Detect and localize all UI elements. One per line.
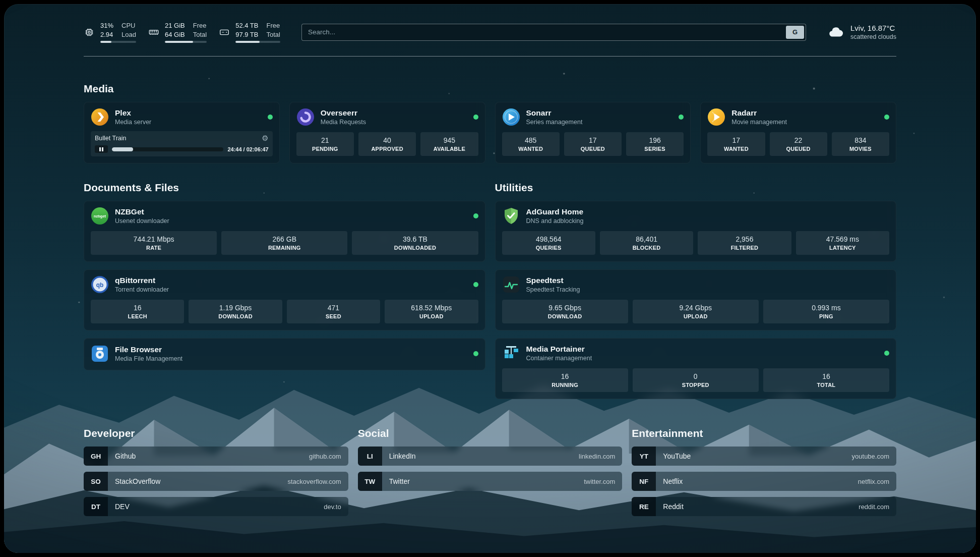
bookmark-url: linkedin.com <box>579 447 622 466</box>
settings-gear-icon[interactable]: ⚙ <box>262 134 268 142</box>
status-online-dot <box>473 213 478 218</box>
bookmark-netflix[interactable]: NF Netflix netflix.com <box>632 472 896 491</box>
status-online-dot <box>473 115 478 120</box>
radarr-icon <box>707 108 725 126</box>
bookmark-github[interactable]: GH Github github.com <box>84 447 348 466</box>
stat-leech: 16 LEECH <box>91 300 184 323</box>
service-desc-sonarr: Series management <box>526 119 583 126</box>
cpu-load-label: Load <box>121 30 136 39</box>
service-name-portainer: Media Portainer <box>526 345 592 354</box>
stat-remaining: 266 GB REMAINING <box>221 231 347 255</box>
service-desc-qbittorrent: Torrent downloader <box>115 286 169 293</box>
section-title-utilities: Utilities <box>495 182 897 194</box>
stat-queries: 498,564 QUERIES <box>502 231 595 255</box>
card-sonarr[interactable]: Sonarr Series management 485 WANTED 17 Q… <box>495 102 691 163</box>
service-desc-speedtest: Speedtest Tracking <box>526 286 580 293</box>
weather-widget[interactable]: Lviv, 16.87°C scattered clouds <box>827 24 896 41</box>
disk-widget: 52.4 TB 97.9 TB Free Total <box>219 21 280 43</box>
adguard-icon <box>502 207 520 225</box>
search-provider-button[interactable]: G <box>786 26 804 39</box>
service-name-adguard: AdGuard Home <box>526 207 584 217</box>
bookmark-url: netflix.com <box>858 472 896 491</box>
disk-free-label: Free <box>266 21 280 30</box>
section-social: Social LI LinkedIn linkedin.com TW Twitt… <box>358 427 623 516</box>
disk-total-label: Total <box>266 30 280 39</box>
card-qbittorrent[interactable]: qb qBittorrent Torrent downloader 16 <box>84 269 485 330</box>
cloud-icon <box>827 24 844 41</box>
service-name-plex: Plex <box>115 108 151 118</box>
stat-wanted: 17 WANTED <box>707 132 765 156</box>
bookmark-dev[interactable]: DT DEV dev.to <box>84 497 348 516</box>
status-online-dot <box>679 115 684 120</box>
stat-rate: 744.21 Mbps RATE <box>91 231 217 255</box>
bookmark-url: youtube.com <box>852 447 896 466</box>
weather-location: Lviv, 16.87°C <box>850 24 896 32</box>
dashboard-window: 31% 2.94 CPU Load <box>4 4 976 553</box>
section-title-entertainment: Entertainment <box>632 427 896 439</box>
stat-download: 1.19 Gbps DOWNLOAD <box>189 300 282 323</box>
svg-text:nzbget: nzbget <box>94 214 106 218</box>
disk-free-value: 52.4 TB <box>235 21 258 30</box>
service-desc-adguard: DNS and adblocking <box>526 217 584 225</box>
stat-blocked: 86,401 BLOCKED <box>600 231 693 255</box>
speedtest-icon <box>502 275 520 294</box>
nzbget-icon: nzbget <box>91 207 109 225</box>
memory-free-label: Free <box>193 21 207 30</box>
card-nzbget[interactable]: nzbget NZBGet Usenet downloader 744.21 M… <box>84 201 485 262</box>
card-radarr[interactable]: Radarr Movie management 17 WANTED 22 QUE… <box>700 102 896 163</box>
bookmark-name: LinkedIn <box>382 447 416 466</box>
service-desc-radarr: Movie management <box>731 119 787 126</box>
bookmark-stackoverflow[interactable]: SO StackOverflow stackoverflow.com <box>84 472 348 491</box>
stat-stopped: 0 STOPPED <box>633 368 759 392</box>
bookmark-youtube[interactable]: YT YouTube youtube.com <box>632 447 896 466</box>
playback-progress-bar[interactable] <box>112 147 223 151</box>
bookmark-abbr: TW <box>358 472 382 491</box>
service-name-nzbget: NZBGet <box>115 207 169 217</box>
svg-text:qb: qb <box>96 282 104 289</box>
section-utilities: Utilities <box>495 182 897 399</box>
stat-queued: 17 QUEUED <box>564 132 622 156</box>
card-plex[interactable]: Plex Media server Bullet Train ⚙ <box>84 102 280 163</box>
status-online-dot <box>884 351 889 356</box>
stat-latency: 47.569 ms LATENCY <box>796 231 889 255</box>
bookmark-name: Reddit <box>656 497 683 516</box>
memory-total-value: 64 GiB <box>165 30 185 39</box>
service-name-speedtest: Speedtest <box>526 276 580 286</box>
cpu-usage-bar-fill <box>100 41 111 43</box>
service-desc-nzbget: Usenet downloader <box>115 217 169 225</box>
stat-available: 945 AVAILABLE <box>420 132 478 156</box>
card-adguard[interactable]: AdGuard Home DNS and adblocking 498,564 … <box>495 201 897 262</box>
service-desc-portainer: Container management <box>526 355 592 362</box>
plex-now-playing: Bullet Train ⚙ 24:44 / 02:06:47 <box>91 131 273 156</box>
bookmark-url: dev.to <box>324 497 348 516</box>
bookmark-linkedin[interactable]: LI LinkedIn linkedin.com <box>358 447 623 466</box>
service-name-sonarr: Sonarr <box>526 108 583 118</box>
bookmark-twitter[interactable]: TW Twitter twitter.com <box>358 472 623 491</box>
disk-usage-bar-fill <box>235 41 260 43</box>
section-developer: Developer GH Github github.com SO StackO… <box>84 427 348 516</box>
card-portainer[interactable]: Media Portainer Container management 16 … <box>495 338 897 399</box>
bookmark-reddit[interactable]: RE Reddit reddit.com <box>632 497 896 516</box>
disk-icon <box>219 27 230 38</box>
bookmark-name: DEV <box>108 497 130 516</box>
section-title-media: Media <box>84 83 896 95</box>
weather-condition: scattered clouds <box>850 33 896 40</box>
stat-approved: 40 APPROVED <box>358 132 416 156</box>
card-overseerr[interactable]: Overseerr Media Requests 21 PENDING 40 A… <box>289 102 485 163</box>
pause-button[interactable] <box>95 145 108 153</box>
status-online-dot <box>473 282 478 287</box>
bookmark-abbr: RE <box>632 497 656 516</box>
stat-download: 9.65 Gbps DOWNLOAD <box>502 300 628 323</box>
system-resources: 31% 2.94 CPU Load <box>84 21 280 43</box>
search-input[interactable] <box>301 24 806 41</box>
card-speedtest[interactable]: Speedtest Speedtest Tracking 9.65 Gbps D… <box>495 269 897 330</box>
status-online-dot <box>884 115 889 120</box>
service-name-filebrowser: File Browser <box>115 345 182 355</box>
portainer-icon <box>502 344 520 362</box>
card-filebrowser[interactable]: File Browser Media File Management <box>84 338 485 370</box>
memory-free-value: 21 GiB <box>165 21 185 30</box>
bookmark-url: reddit.com <box>859 497 896 516</box>
bookmark-name: Netflix <box>656 472 683 491</box>
bookmark-abbr: DT <box>84 497 108 516</box>
stat-seed: 471 SEED <box>287 300 380 323</box>
